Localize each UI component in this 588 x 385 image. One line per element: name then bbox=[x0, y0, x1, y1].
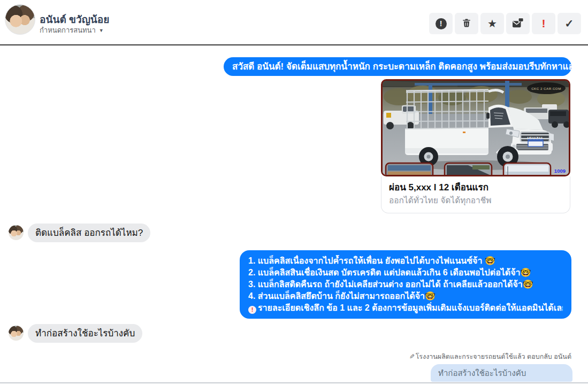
contact-avatar[interactable] bbox=[5, 4, 35, 35]
pencil-icon: ✎ bbox=[409, 353, 415, 360]
mark-done-button[interactable]: ✓ bbox=[558, 13, 581, 34]
listing-subtitle: ออกได้ทั่วไทย จัดได้ทุกอาชีพ bbox=[389, 195, 562, 206]
incoming-message-row: ทำก่อสร้างใช้อะไรบ้างคับ bbox=[9, 324, 142, 343]
outgoing-message-intro: สวัสดี อนันต์! จัดเต็มแสบทุกน้ำหนัก กระบ… bbox=[224, 57, 571, 76]
truck-photo[interactable]: CKC 2 CAR.COM bbox=[381, 79, 570, 176]
sender-avatar[interactable] bbox=[9, 326, 24, 341]
star-button[interactable]: ★ bbox=[480, 13, 504, 34]
incoming-message-construction-question: ทำก่อสร้างใช้อะไรบ้างคับ bbox=[28, 324, 142, 343]
photo-number: 1009 bbox=[554, 168, 566, 174]
mark-important-button[interactable]: ! bbox=[532, 13, 555, 34]
compose-reply-preview[interactable]: ทำก่อสร้างใช้อะไรบ้างคับ bbox=[431, 364, 572, 382]
conversation-header: อนันต์ ขวัญน้อย กำหนดการสนทนา ▼ ! ★ bbox=[0, 0, 588, 45]
reply-line-1: 1. แบล็คลิสเนื่องจากไปค้ำรถให้เพื่อน ยัง… bbox=[248, 255, 563, 267]
reply-context-text: โรงงานผลิตและกระจายรถยนต์ใช้แล้ว ตอบกลับ… bbox=[416, 353, 571, 360]
listing-attachment[interactable]: CKC 2 CAR.COM bbox=[381, 79, 570, 213]
trash-icon bbox=[461, 18, 472, 30]
sender-avatar[interactable] bbox=[9, 225, 24, 240]
listing-title: ผ่อน 5,xxx l 12 เดือนแรก bbox=[389, 182, 562, 194]
incoming-message-blacklist-question: ติดแบล็คลิส ออกรถได้ไหม? bbox=[28, 224, 150, 242]
info-exclamation-icon: ! bbox=[248, 306, 256, 314]
chevron-down-icon: ▼ bbox=[99, 28, 104, 33]
bottom-divider bbox=[0, 382, 588, 383]
report-button[interactable]: ! bbox=[429, 13, 453, 34]
truck-photo-illustration: CKC 2 CAR.COM bbox=[383, 81, 569, 175]
red-exclamation-icon: ! bbox=[542, 17, 546, 30]
outgoing-message-blacklist-answer: 1. แบล็คลิสเนื่องจากไปค้ำรถให้เพื่อน ยัง… bbox=[240, 250, 571, 319]
conversation-toolbar: ! ★ ! bbox=[429, 13, 581, 34]
listing-card[interactable]: ผ่อน 5,xxx l 12 เดือนแรก ออกได้ทั่วไทย จ… bbox=[381, 176, 570, 213]
conversation-schedule-dropdown[interactable]: กำหนดการสนทนา ▼ bbox=[40, 25, 104, 36]
incoming-message-row: ติดแบล็คลิส ออกรถได้ไหม? bbox=[9, 224, 150, 242]
exclamation-circle-icon: ! bbox=[436, 18, 447, 29]
delete-button[interactable] bbox=[455, 13, 478, 34]
move-to-inbox-button[interactable] bbox=[506, 13, 530, 34]
conversation-schedule-label: กำหนดการสนทนา bbox=[40, 25, 96, 36]
reply-note-text: รายละเอียดเชิงลึก ข้อ 1 และ 2 ต้องการข้อ… bbox=[258, 303, 563, 312]
reply-line-4: 4. ส่วนแบล็คลิสยึดบ้าน ก็ยังไม่สามารถออก… bbox=[248, 290, 563, 302]
reply-note-line: !รายละเอียดเชิงลึก ข้อ 1 และ 2 ต้องการข้… bbox=[248, 302, 563, 314]
dealer-watermark: CKC 2 CAR.COM bbox=[531, 87, 561, 90]
reply-line-3: 3. แบล็กลิสติดคืนรถ ถ้ายังไม่เคลียส่วนต่… bbox=[248, 279, 563, 290]
star-icon: ★ bbox=[487, 17, 497, 30]
check-icon: ✓ bbox=[565, 17, 574, 30]
reply-context-label: ✎โรงงานผลิตและกระจายรถยนต์ใช้แล้ว ตอบกลั… bbox=[409, 351, 571, 362]
envelope-message-icon bbox=[512, 18, 524, 30]
conversation-page: อนันต์ ขวัญน้อย กำหนดการสนทนา ▼ ! ★ bbox=[0, 0, 588, 385]
reply-line-2: 2. แบล็คลิสสินเชื่อเงินสด บัตรเครดิต แต่… bbox=[248, 267, 563, 279]
